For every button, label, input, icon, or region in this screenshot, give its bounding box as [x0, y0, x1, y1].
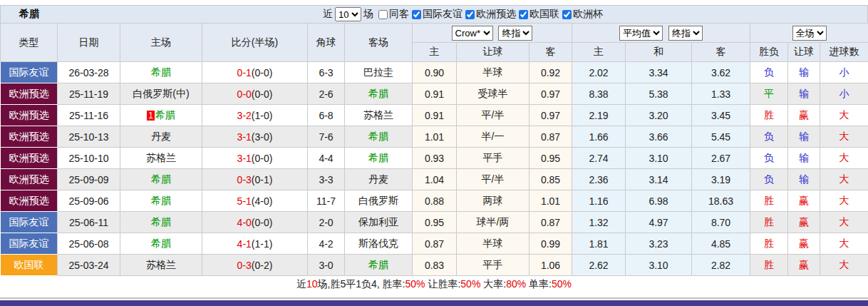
halftime-score: (0-2): [252, 260, 273, 271]
col-asia-away: 客: [529, 43, 572, 62]
date-cell: 25-09-09: [58, 169, 120, 190]
filter-checkbox[interactable]: [412, 10, 421, 19]
asia-handicap-cell: 平手: [457, 255, 529, 276]
filter-checkbox[interactable]: [378, 10, 388, 19]
result-goals-cell: 大: [820, 126, 868, 148]
table-row: 欧洲预选25-11-161希腊3-2(1-0)6-8苏格兰0.91平/半0.97…: [1, 105, 868, 126]
filter-欧国联[interactable]: 欧国联: [519, 8, 559, 21]
asia-handicap-cell: 平/半: [457, 169, 529, 190]
euro-final-select[interactable]: 终指: [668, 26, 703, 41]
score-cell: 0-3(0-1): [202, 169, 308, 190]
date-cell: 25-10-10: [58, 148, 120, 169]
away-team-name: 希腊: [368, 88, 388, 99]
away-team-cell: 丹麦: [345, 169, 413, 190]
away-team-cell: 希腊: [345, 83, 413, 105]
matches-label: 场: [363, 8, 373, 21]
average-select[interactable]: 平均值: [619, 26, 663, 41]
home-team-name: 希腊: [151, 216, 171, 228]
euro-away-odds-cell: 3.45: [692, 105, 750, 126]
euro-home-odds-cell: 2.02: [572, 62, 626, 83]
away-team-cell: 白俄罗斯: [345, 190, 413, 212]
result-goals-cell: 大: [820, 148, 868, 169]
fulltime-score: 3-1: [237, 131, 252, 143]
euro-away-odds-cell: 2.82: [692, 255, 750, 276]
asia-handicap-cell: 半/一: [457, 126, 529, 148]
match-type-badge: 欧洲预选: [1, 83, 58, 105]
corner-cell: 11-7: [308, 190, 345, 212]
asia-away-odds-cell: 0.97: [529, 83, 572, 105]
corner-cell: 3-0: [308, 255, 345, 276]
result-handicap-cell: 输: [788, 148, 820, 169]
summary-segment: 大率:: [480, 278, 506, 290]
asia-handicap-cell: 两球: [457, 190, 529, 212]
filter-国际友谊[interactable]: 国际友谊: [412, 8, 463, 21]
result-handicap-cell: 输: [788, 126, 820, 148]
result-handicap-cell: 赢: [788, 105, 820, 126]
col-type: 类型: [1, 24, 58, 62]
euro-home-odds-cell: 2.62: [572, 255, 626, 276]
top-strip: [0, 0, 868, 5]
filter-欧洲杯[interactable]: 欧洲杯: [562, 8, 603, 21]
home-team-cell: 白俄罗斯(中): [120, 83, 202, 105]
filter-checkbox[interactable]: [519, 10, 528, 19]
away-team-name: 斯洛伐克: [358, 238, 398, 249]
asia-away-odds-cell: 0.99: [529, 233, 572, 255]
result-group: 全场: [750, 24, 868, 43]
asia-away-odds-cell: 1.01: [529, 190, 572, 212]
result-wl-cell: 平: [750, 83, 788, 105]
euro-draw-odds-cell: 3.14: [626, 169, 692, 190]
result-handicap-cell: 赢: [788, 190, 820, 212]
away-team-name: 希腊: [368, 131, 388, 142]
result-goals-cell: 小: [820, 83, 868, 105]
euro-draw-odds-cell: 3.10: [626, 148, 692, 169]
full-match-select[interactable]: 全场: [792, 26, 827, 41]
date-cell: 25-06-08: [58, 233, 120, 255]
corner-cell: 7-6: [308, 126, 345, 148]
home-team-cell: 苏格兰: [120, 255, 202, 276]
filter-checkbox[interactable]: [562, 10, 572, 19]
date-cell: 26-03-28: [58, 62, 120, 83]
away-team-name: 丹麦: [368, 173, 388, 185]
away-team-cell: 巴拉圭: [345, 62, 413, 83]
fulltime-score: 4-0: [237, 217, 252, 228]
date-cell: 25-11-16: [58, 105, 120, 126]
bottom-bar: [0, 300, 868, 306]
asia-handicap-cell: 平/半: [457, 105, 529, 126]
fulltime-score: 4-1: [237, 238, 252, 250]
asia-home-odds-cell: 0.91: [413, 83, 457, 105]
away-team-cell: 斯洛伐克: [345, 233, 413, 255]
result-handicap-cell: 输: [788, 62, 820, 83]
asian-final-select[interactable]: 终指: [498, 26, 532, 41]
home-team-name: 希腊: [151, 195, 171, 206]
asia-home-odds-cell: 0.88: [413, 190, 457, 212]
result-goals-cell: 小: [820, 62, 868, 83]
euro-home-odds-cell: 2.36: [572, 169, 626, 190]
result-handicap-cell: 输: [788, 83, 820, 105]
home-team-cell: 希腊: [120, 233, 202, 255]
score-cell: 5-1(4-0): [202, 190, 308, 212]
filter-同客[interactable]: 同客: [378, 8, 409, 21]
table-row: 欧洲预选25-11-19白俄罗斯(中)0-0(0-0)2-6希腊0.91受球半0…: [1, 83, 868, 105]
filter-欧洲预选[interactable]: 欧洲预选: [465, 8, 516, 21]
score-cell: 0-1(0-0): [202, 62, 308, 83]
corner-cell: 6-8: [308, 105, 345, 126]
asia-home-odds-cell: 0.95: [413, 212, 457, 233]
asia-home-odds-cell: 1.04: [413, 169, 457, 190]
euro-away-odds-cell: 18.63: [692, 190, 750, 212]
score-cell: 4-0(0-0): [202, 212, 308, 233]
result-goals-cell: 大: [820, 169, 868, 190]
halftime-score: (1-1): [252, 238, 273, 250]
match-type-badge: 欧国联: [1, 255, 58, 276]
asia-away-odds-cell: 0.87: [529, 212, 572, 233]
score-cell: 0-3(0-2): [202, 255, 308, 276]
match-count-select[interactable]: 10: [335, 7, 361, 21]
table-row: 国际友谊25-06-08希腊4-1(1-1)4-2斯洛伐克0.87半球0.991…: [1, 233, 868, 255]
halftime-score: (0-0): [252, 67, 273, 78]
bookmaker-select[interactable]: Crow*: [452, 26, 493, 41]
home-team-cell: 希腊: [120, 190, 202, 212]
euro-home-odds-cell: 2.74: [572, 148, 626, 169]
filter-checkbox[interactable]: [465, 10, 475, 19]
away-team-name: 保加利亚: [358, 216, 398, 228]
match-type-badge: 国际友谊: [1, 212, 58, 233]
col-result-goals: 进球数: [820, 43, 868, 62]
